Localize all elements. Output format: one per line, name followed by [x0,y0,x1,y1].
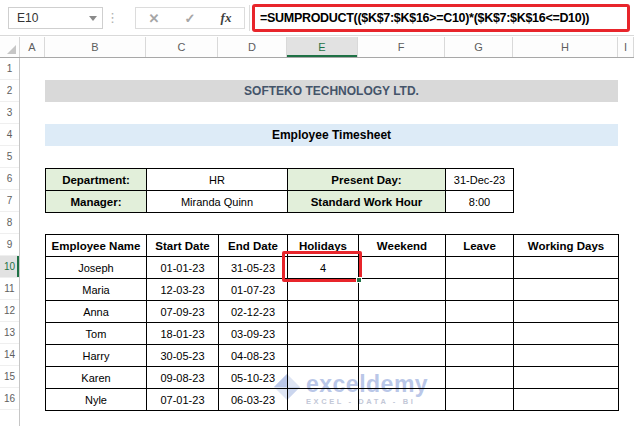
cell-B12[interactable]: Anna [46,301,147,323]
cell-B13[interactable]: Tom [46,323,147,345]
worksheet[interactable]: SOFTEKO TECHNOLOGY LTD. Employee Timeshe… [20,58,634,426]
manager-label-cell[interactable]: Manager: [46,191,147,213]
cell-D11[interactable]: 01-07-23 [219,279,288,301]
cell-H13[interactable] [514,323,619,345]
cell-D12[interactable]: 02-12-23 [219,301,288,323]
table-header-weekend[interactable]: Weekend [359,235,446,257]
table-header-end-date[interactable]: End Date [219,235,288,257]
insert-function-icon[interactable]: fx [221,10,232,26]
cell-F16[interactable] [359,389,446,411]
row-header-14[interactable]: 14 [0,344,19,366]
sheet-title-cell[interactable]: Employee Timesheet [45,124,618,146]
cell-E10[interactable]: 4 [288,257,359,279]
cell-F13[interactable] [359,323,446,345]
cell-H12[interactable] [514,301,619,323]
row-header-6[interactable]: 6 [0,168,19,190]
column-header-B[interactable]: B [45,37,146,57]
cell-C14[interactable]: 30-05-23 [147,345,219,367]
table-header-leave[interactable]: Leave [446,235,514,257]
department-value-cell[interactable]: HR [147,169,288,191]
name-box[interactable]: E10 [8,7,103,29]
column-header-I[interactable]: I [618,37,634,57]
row-header-13[interactable]: 13 [0,322,19,344]
cell-D14[interactable]: 04-08-23 [219,345,288,367]
cell-B15[interactable]: Karen [46,367,147,389]
column-header-A[interactable]: A [20,37,45,57]
formula-input[interactable]: =SUMPRODUCT(($K$7:$K$16>=C10)*($K$7:$K$1… [252,4,630,32]
cell-C16[interactable]: 07-01-23 [147,389,219,411]
cell-F14[interactable] [359,345,446,367]
column-header-F[interactable]: F [358,37,445,57]
cell-E14[interactable] [288,345,359,367]
work-hour-value-cell[interactable]: 8:00 [446,191,514,213]
row-header-3[interactable]: 3 [0,102,19,124]
column-header-E[interactable]: E [287,37,358,57]
row-header-15[interactable]: 15 [0,366,19,388]
department-label-cell[interactable]: Department: [46,169,147,191]
cell-E16[interactable] [288,389,359,411]
cell-B11[interactable]: Maria [46,279,147,301]
cell-H16[interactable] [514,389,619,411]
cell-D13[interactable]: 03-09-23 [219,323,288,345]
cell-G12[interactable] [446,301,514,323]
cell-H10[interactable] [514,257,619,279]
cell-F10[interactable] [359,257,446,279]
cell-F12[interactable] [359,301,446,323]
table-header-working-days[interactable]: Working Days [514,235,619,257]
manager-value-cell[interactable]: Miranda Quinn [147,191,288,213]
cell-F15[interactable] [359,367,446,389]
cell-G13[interactable] [446,323,514,345]
cell-F11[interactable] [359,279,446,301]
table-header-employee-name[interactable]: Employee Name [46,235,147,257]
row-header-9[interactable]: 9 [0,234,19,256]
cell-D16[interactable]: 06-03-23 [219,389,288,411]
row-header-5[interactable]: 5 [0,146,19,168]
cell-G16[interactable] [446,389,514,411]
cell-H11[interactable] [514,279,619,301]
cell-B14[interactable]: Harry [46,345,147,367]
present-day-value-cell[interactable]: 31-Dec-23 [446,169,514,191]
cell-C12[interactable]: 07-09-23 [147,301,219,323]
present-day-label-cell[interactable]: Present Day: [288,169,446,191]
cell-G15[interactable] [446,367,514,389]
cell-D15[interactable]: 05-10-23 [219,367,288,389]
row-header-16[interactable]: 16 [0,388,19,410]
enter-icon[interactable]: ✓ [185,11,196,26]
select-all-button[interactable] [0,37,20,57]
cell-H14[interactable] [514,345,619,367]
fill-handle[interactable] [356,277,362,283]
cell-D10[interactable]: 31-05-23 [219,257,288,279]
column-header-G[interactable]: G [445,37,513,57]
row-header-2[interactable]: 2 [0,80,19,102]
cell-G10[interactable] [446,257,514,279]
cell-B10[interactable]: Joseph [46,257,147,279]
column-header-C[interactable]: C [146,37,218,57]
row-header-11[interactable]: 11 [0,278,19,300]
cell-E12[interactable] [288,301,359,323]
cancel-icon[interactable]: ✕ [149,11,160,26]
table-header-holidays[interactable]: Holidays [288,235,359,257]
column-header-D[interactable]: D [218,37,287,57]
row-header-1[interactable]: 1 [0,58,19,80]
cell-E13[interactable] [288,323,359,345]
cell-E11[interactable] [288,279,359,301]
cell-C13[interactable]: 18-01-23 [147,323,219,345]
row-header-4[interactable]: 4 [0,124,19,146]
cell-G11[interactable] [446,279,514,301]
name-box-dropdown-icon[interactable] [84,16,102,21]
row-header-12[interactable]: 12 [0,300,19,322]
cell-C15[interactable]: 09-08-23 [147,367,219,389]
company-title-cell[interactable]: SOFTEKO TECHNOLOGY LTD. [45,80,618,102]
cell-E15[interactable] [288,367,359,389]
cell-H15[interactable] [514,367,619,389]
row-header-10[interactable]: 10 [0,256,19,278]
cell-C11[interactable]: 12-03-23 [147,279,219,301]
row-header-7[interactable]: 7 [0,190,19,212]
cell-C10[interactable]: 01-01-23 [147,257,219,279]
cell-G14[interactable] [446,345,514,367]
table-header-start-date[interactable]: Start Date [147,235,219,257]
column-header-H[interactable]: H [513,37,618,57]
work-hour-label-cell[interactable]: Standard Work Hour [288,191,446,213]
cell-B16[interactable]: Nyle [46,389,147,411]
row-header-17[interactable] [0,410,19,426]
